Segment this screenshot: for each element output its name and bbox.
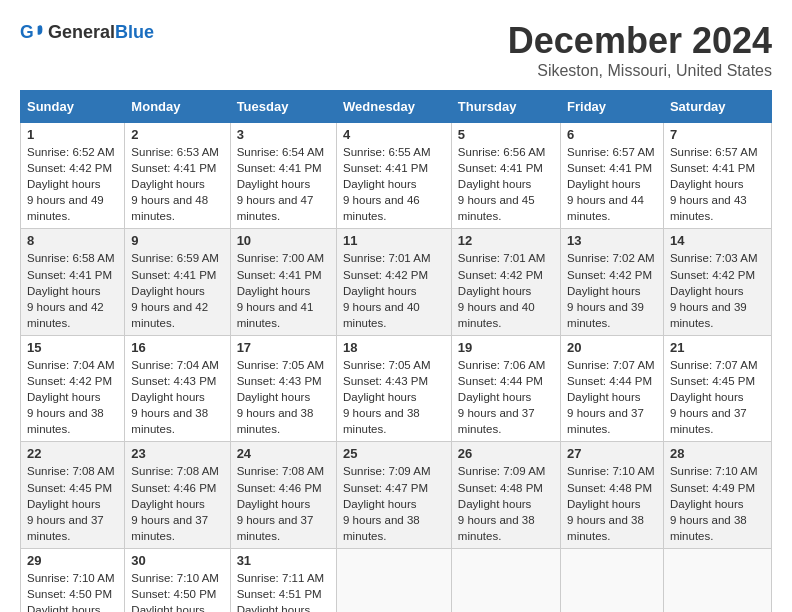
day-info: Sunrise: 6:57 AM Sunset: 4:41 PM Dayligh… [567,144,657,224]
day-number: 14 [670,233,765,248]
calendar-table: SundayMondayTuesdayWednesdayThursdayFrid… [20,90,772,612]
day-info: Sunrise: 7:01 AM Sunset: 4:42 PM Dayligh… [458,250,554,330]
day-number: 25 [343,446,445,461]
day-cell: 21 Sunrise: 7:07 AM Sunset: 4:45 PM Dayl… [663,335,771,441]
day-number: 1 [27,127,118,142]
col-header-wednesday: Wednesday [337,91,452,123]
week-row-1: 1 Sunrise: 6:52 AM Sunset: 4:42 PM Dayli… [21,123,772,229]
day-cell: 14 Sunrise: 7:03 AM Sunset: 4:42 PM Dayl… [663,229,771,335]
day-number: 9 [131,233,223,248]
day-cell: 31 Sunrise: 7:11 AM Sunset: 4:51 PM Dayl… [230,548,336,612]
day-info: Sunrise: 6:59 AM Sunset: 4:41 PM Dayligh… [131,250,223,330]
day-cell: 13 Sunrise: 7:02 AM Sunset: 4:42 PM Dayl… [561,229,664,335]
day-number: 8 [27,233,118,248]
day-info: Sunrise: 6:54 AM Sunset: 4:41 PM Dayligh… [237,144,330,224]
day-cell: 24 Sunrise: 7:08 AM Sunset: 4:46 PM Dayl… [230,442,336,548]
logo: G GeneralBlue [20,20,154,44]
col-header-sunday: Sunday [21,91,125,123]
day-number: 30 [131,553,223,568]
header-row: SundayMondayTuesdayWednesdayThursdayFrid… [21,91,772,123]
day-cell: 18 Sunrise: 7:05 AM Sunset: 4:43 PM Dayl… [337,335,452,441]
day-number: 3 [237,127,330,142]
day-number: 15 [27,340,118,355]
day-cell: 20 Sunrise: 7:07 AM Sunset: 4:44 PM Dayl… [561,335,664,441]
day-cell: 23 Sunrise: 7:08 AM Sunset: 4:46 PM Dayl… [125,442,230,548]
day-number: 18 [343,340,445,355]
day-cell: 8 Sunrise: 6:58 AM Sunset: 4:41 PM Dayli… [21,229,125,335]
day-cell [451,548,560,612]
day-number: 31 [237,553,330,568]
day-cell: 4 Sunrise: 6:55 AM Sunset: 4:41 PM Dayli… [337,123,452,229]
day-number: 13 [567,233,657,248]
day-cell: 17 Sunrise: 7:05 AM Sunset: 4:43 PM Dayl… [230,335,336,441]
day-info: Sunrise: 7:09 AM Sunset: 4:48 PM Dayligh… [458,463,554,543]
day-info: Sunrise: 7:08 AM Sunset: 4:45 PM Dayligh… [27,463,118,543]
day-number: 22 [27,446,118,461]
day-info: Sunrise: 6:53 AM Sunset: 4:41 PM Dayligh… [131,144,223,224]
day-number: 2 [131,127,223,142]
day-cell: 9 Sunrise: 6:59 AM Sunset: 4:41 PM Dayli… [125,229,230,335]
day-cell: 30 Sunrise: 7:10 AM Sunset: 4:50 PM Dayl… [125,548,230,612]
header: G GeneralBlue December 2024 Sikeston, Mi… [20,20,772,80]
day-cell: 26 Sunrise: 7:09 AM Sunset: 4:48 PM Dayl… [451,442,560,548]
day-cell: 22 Sunrise: 7:08 AM Sunset: 4:45 PM Dayl… [21,442,125,548]
day-cell [561,548,664,612]
day-cell: 29 Sunrise: 7:10 AM Sunset: 4:50 PM Dayl… [21,548,125,612]
day-number: 12 [458,233,554,248]
day-number: 26 [458,446,554,461]
day-cell [663,548,771,612]
logo-blue: Blue [115,22,154,42]
day-cell: 28 Sunrise: 7:10 AM Sunset: 4:49 PM Dayl… [663,442,771,548]
day-info: Sunrise: 7:10 AM Sunset: 4:49 PM Dayligh… [670,463,765,543]
day-number: 28 [670,446,765,461]
day-number: 19 [458,340,554,355]
day-number: 23 [131,446,223,461]
day-number: 6 [567,127,657,142]
col-header-saturday: Saturday [663,91,771,123]
day-number: 24 [237,446,330,461]
day-info: Sunrise: 6:57 AM Sunset: 4:41 PM Dayligh… [670,144,765,224]
day-cell: 1 Sunrise: 6:52 AM Sunset: 4:42 PM Dayli… [21,123,125,229]
week-row-4: 22 Sunrise: 7:08 AM Sunset: 4:45 PM Dayl… [21,442,772,548]
day-info: Sunrise: 6:56 AM Sunset: 4:41 PM Dayligh… [458,144,554,224]
day-cell: 3 Sunrise: 6:54 AM Sunset: 4:41 PM Dayli… [230,123,336,229]
title-area: December 2024 Sikeston, Missouri, United… [508,20,772,80]
col-header-monday: Monday [125,91,230,123]
day-info: Sunrise: 6:55 AM Sunset: 4:41 PM Dayligh… [343,144,445,224]
day-info: Sunrise: 7:08 AM Sunset: 4:46 PM Dayligh… [237,463,330,543]
day-info: Sunrise: 7:11 AM Sunset: 4:51 PM Dayligh… [237,570,330,612]
logo-icon: G [20,20,44,44]
day-number: 21 [670,340,765,355]
day-number: 11 [343,233,445,248]
day-cell: 19 Sunrise: 7:06 AM Sunset: 4:44 PM Dayl… [451,335,560,441]
day-cell: 10 Sunrise: 7:00 AM Sunset: 4:41 PM Dayl… [230,229,336,335]
day-info: Sunrise: 7:10 AM Sunset: 4:50 PM Dayligh… [131,570,223,612]
day-cell: 25 Sunrise: 7:09 AM Sunset: 4:47 PM Dayl… [337,442,452,548]
week-row-3: 15 Sunrise: 7:04 AM Sunset: 4:42 PM Dayl… [21,335,772,441]
col-header-tuesday: Tuesday [230,91,336,123]
day-number: 16 [131,340,223,355]
day-number: 27 [567,446,657,461]
day-info: Sunrise: 6:52 AM Sunset: 4:42 PM Dayligh… [27,144,118,224]
svg-text:G: G [20,22,34,42]
day-info: Sunrise: 7:05 AM Sunset: 4:43 PM Dayligh… [343,357,445,437]
subtitle: Sikeston, Missouri, United States [508,62,772,80]
day-cell: 7 Sunrise: 6:57 AM Sunset: 4:41 PM Dayli… [663,123,771,229]
day-cell: 27 Sunrise: 7:10 AM Sunset: 4:48 PM Dayl… [561,442,664,548]
day-info: Sunrise: 7:04 AM Sunset: 4:42 PM Dayligh… [27,357,118,437]
col-header-friday: Friday [561,91,664,123]
day-info: Sunrise: 7:03 AM Sunset: 4:42 PM Dayligh… [670,250,765,330]
day-number: 10 [237,233,330,248]
day-info: Sunrise: 7:10 AM Sunset: 4:48 PM Dayligh… [567,463,657,543]
day-cell: 6 Sunrise: 6:57 AM Sunset: 4:41 PM Dayli… [561,123,664,229]
day-info: Sunrise: 7:10 AM Sunset: 4:50 PM Dayligh… [27,570,118,612]
day-number: 4 [343,127,445,142]
day-cell: 12 Sunrise: 7:01 AM Sunset: 4:42 PM Dayl… [451,229,560,335]
main-title: December 2024 [508,20,772,62]
day-number: 20 [567,340,657,355]
day-info: Sunrise: 7:04 AM Sunset: 4:43 PM Dayligh… [131,357,223,437]
day-number: 17 [237,340,330,355]
day-cell: 11 Sunrise: 7:01 AM Sunset: 4:42 PM Dayl… [337,229,452,335]
col-header-thursday: Thursday [451,91,560,123]
day-cell: 16 Sunrise: 7:04 AM Sunset: 4:43 PM Dayl… [125,335,230,441]
